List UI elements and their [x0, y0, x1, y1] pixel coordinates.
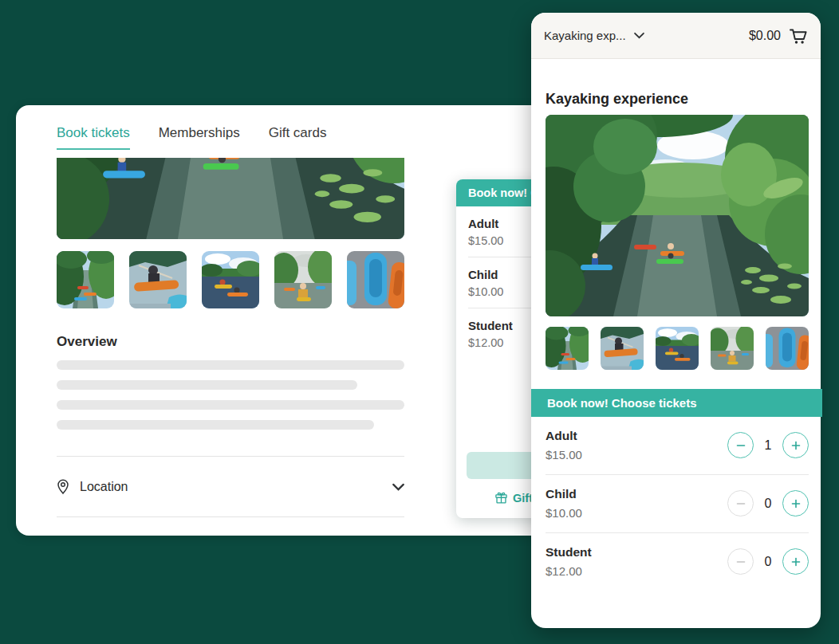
child-decrease-button[interactable]: [727, 490, 754, 516]
skeleton-line: [57, 400, 404, 410]
child-increase-button[interactable]: [782, 490, 809, 516]
minus-icon: [735, 556, 746, 567]
divider: [57, 516, 404, 517]
skeleton-line: [57, 380, 357, 390]
thumbnail-lake[interactable]: [656, 327, 699, 370]
ticket-name: Adult: [546, 429, 582, 443]
photo-thumbnails: [546, 327, 809, 370]
cart-button[interactable]: [788, 26, 808, 45]
plus-icon: [790, 440, 802, 451]
experience-photo: [546, 115, 809, 316]
thumbnail-river[interactable]: [57, 251, 114, 308]
ticket-price: $15.00: [546, 448, 582, 461]
location-accordion[interactable]: Location: [57, 457, 404, 516]
skeleton-line: [57, 360, 404, 370]
choose-tickets-banner: Book now! Choose tickets: [531, 389, 822, 417]
ticket-row-child: Child $10.00 0: [546, 475, 809, 533]
plus-icon: [790, 556, 802, 567]
thumbnail-kayaker[interactable]: [601, 327, 644, 370]
selected-product-label: Kayaking exp...: [544, 29, 626, 42]
main-photo: [57, 158, 404, 239]
adult-increase-button[interactable]: [782, 432, 809, 458]
student-decrease-button[interactable]: [727, 548, 754, 575]
booking-widget-overlay: Kayaking exp... $0.00 Kayaking experienc…: [531, 13, 821, 628]
tab-gift-cards[interactable]: Gift cards: [269, 125, 327, 150]
tab-book-tickets[interactable]: Book tickets: [57, 125, 130, 150]
ticket-row-student: Student $12.00 0: [546, 533, 809, 591]
student-increase-button[interactable]: [782, 548, 809, 575]
minus-icon: [735, 440, 746, 451]
photo-thumbnails: [57, 251, 404, 308]
gift-icon: [494, 491, 508, 505]
ticket-price: $12.00: [546, 564, 592, 578]
tab-memberships[interactable]: Memberships: [159, 125, 240, 150]
thumbnail-group[interactable]: [274, 251, 332, 308]
thumbnail-river[interactable]: [546, 327, 589, 370]
shopping-cart-icon: [788, 26, 808, 45]
adult-decrease-button[interactable]: [727, 432, 754, 458]
thumbnail-kayaks[interactable]: [347, 251, 404, 308]
ticket-price: $10.00: [546, 506, 582, 520]
experience-title: Kayaking experience: [546, 91, 688, 108]
student-quantity: 0: [754, 555, 782, 569]
ticket-name: Student: [546, 545, 592, 560]
adult-quantity: 1: [754, 438, 782, 453]
skeleton-line: [57, 420, 374, 430]
chevron-down-icon: [634, 32, 644, 39]
thumbnail-kayaker[interactable]: [129, 251, 187, 308]
minus-icon: [735, 498, 746, 509]
child-quantity: 0: [754, 497, 782, 511]
gift-link-label: Gift: [513, 492, 533, 505]
location-label: Location: [80, 480, 128, 494]
thumbnail-lake[interactable]: [202, 251, 259, 308]
thumbnail-kayaks[interactable]: [766, 327, 809, 370]
ticket-row-adult: Adult $15.00 1: [546, 417, 809, 475]
thumbnail-group[interactable]: [711, 327, 754, 370]
plus-icon: [790, 498, 802, 509]
ticket-list: Adult $15.00 1 Child $10.00: [546, 417, 809, 591]
widget-header: Kayaking exp... $0.00: [531, 13, 821, 59]
chevron-down-icon: [392, 483, 404, 491]
ticket-name: Child: [546, 487, 582, 501]
product-selector-dropdown[interactable]: Kayaking exp...: [544, 29, 644, 42]
overview-heading: Overview: [57, 334, 117, 350]
cart-total: $0.00: [749, 29, 781, 43]
location-pin-icon: [57, 479, 69, 495]
